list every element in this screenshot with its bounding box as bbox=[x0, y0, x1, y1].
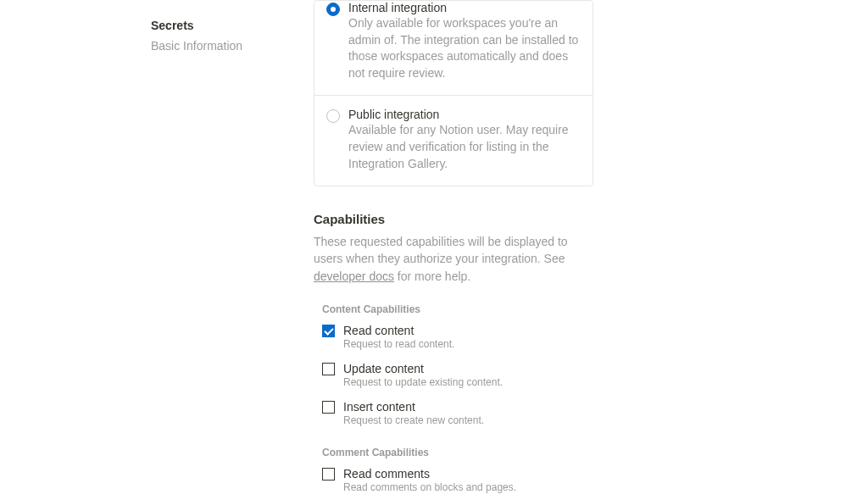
capability-read-content[interactable]: Read content Request to read content. bbox=[314, 322, 593, 352]
capability-desc: Request to read content. bbox=[343, 338, 454, 350]
checkbox-icon bbox=[322, 363, 335, 375]
checkbox-icon bbox=[322, 325, 335, 337]
integration-type-desc: Available for any Notion user. May requi… bbox=[348, 122, 581, 172]
checkbox-icon bbox=[322, 468, 335, 481]
capability-desc: Request to create new content. bbox=[343, 414, 484, 426]
capability-insert-content[interactable]: Insert content Request to create new con… bbox=[314, 398, 593, 428]
integration-type-card: Internal integration Only available for … bbox=[314, 0, 593, 186]
comment-capabilities-title: Comment Capabilities bbox=[314, 447, 593, 458]
capabilities-desc: These requested capabilities will be dis… bbox=[314, 233, 593, 285]
developer-docs-link[interactable]: developer docs bbox=[314, 269, 394, 283]
sidebar: Secrets Basic Information bbox=[0, 0, 314, 500]
integration-type-title: Internal integration bbox=[348, 1, 581, 14]
capability-title: Insert content bbox=[343, 400, 484, 414]
integration-type-title: Public integration bbox=[348, 108, 581, 121]
radio-icon bbox=[326, 3, 340, 16]
capability-read-comments[interactable]: Read comments Read comments on blocks an… bbox=[314, 465, 593, 495]
capability-desc: Read comments on blocks and pages. bbox=[343, 481, 516, 493]
capabilities-title: Capabilities bbox=[314, 212, 593, 226]
integration-type-public[interactable]: Public integration Available for any Not… bbox=[314, 95, 593, 186]
capability-update-content[interactable]: Update content Request to update existin… bbox=[314, 360, 593, 390]
capabilities-desc-after: for more help. bbox=[394, 269, 470, 283]
integration-type-desc: Only available for workspaces you're an … bbox=[348, 15, 581, 81]
sidebar-item-secrets[interactable]: Secrets bbox=[151, 15, 314, 36]
capability-title: Read content bbox=[343, 324, 454, 337]
sidebar-item-basic-information[interactable]: Basic Information bbox=[151, 36, 314, 56]
radio-icon bbox=[326, 109, 340, 123]
main-content: Internal integration Only available for … bbox=[314, 0, 868, 500]
capability-desc: Request to update existing content. bbox=[343, 376, 503, 388]
capabilities-desc-before: These requested capabilities will be dis… bbox=[314, 235, 568, 265]
integration-type-internal[interactable]: Internal integration Only available for … bbox=[314, 1, 593, 95]
capability-title: Update content bbox=[343, 362, 503, 375]
capability-title: Read comments bbox=[343, 467, 516, 481]
checkbox-icon bbox=[322, 401, 335, 414]
content-capabilities-title: Content Capabilities bbox=[314, 303, 593, 315]
